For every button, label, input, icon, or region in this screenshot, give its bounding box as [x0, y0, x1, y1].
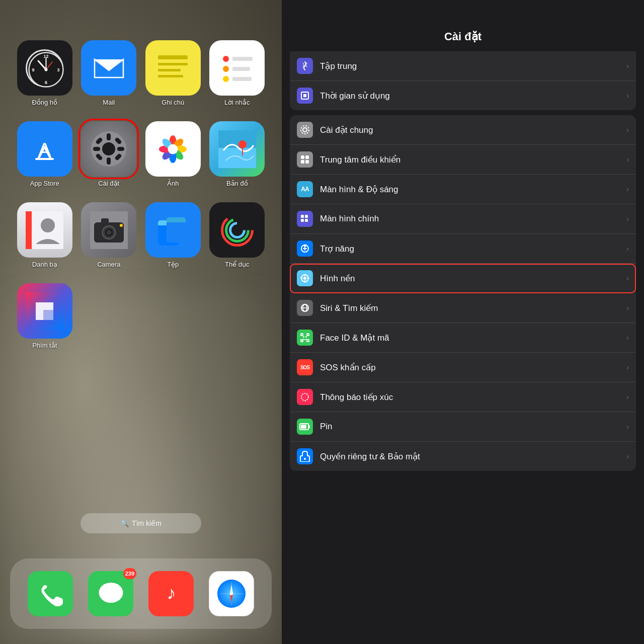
sos-label: SOS khẩn cấp	[320, 362, 626, 373]
home-screen: 12 3 6 9 Đồng hồ	[0, 0, 282, 644]
settings-row-siri[interactable]: Siri & Tìm kiếm ›	[290, 293, 636, 323]
search-bar[interactable]: 🔍 Tìm kiếm	[80, 513, 201, 533]
svg-rect-20	[232, 67, 250, 71]
svg-rect-83	[301, 160, 304, 164]
svg-point-17	[223, 66, 229, 72]
settings-row-display[interactable]: AA Màn hình & Độ sáng ›	[290, 175, 636, 204]
settings-row-battery[interactable]: Pin ›	[290, 412, 636, 442]
svg-rect-21	[232, 77, 252, 81]
focus-label: Tập trung	[320, 61, 626, 71]
settings-row-privacy[interactable]: Quyền riêng tư & Bảo mật ›	[290, 442, 636, 471]
appstore-icon: A	[17, 121, 72, 177]
svg-rect-104	[301, 340, 303, 342]
camera-icon	[81, 202, 136, 258]
svg-point-16	[223, 56, 229, 62]
controlcenter-icon	[297, 151, 313, 168]
clock-face: 12 3 6 9	[26, 49, 63, 87]
dock: 239 ♪	[10, 558, 272, 629]
svg-text:♪: ♪	[167, 583, 176, 603]
svg-rect-87	[301, 219, 304, 222]
app-fitness[interactable]: Thể dục	[208, 202, 267, 268]
settings-row-wallpaper[interactable]: Hình nền ›	[290, 264, 636, 293]
clock-svg: 12 3 6 9	[27, 51, 65, 89]
dock-messages[interactable]: 239	[88, 571, 133, 616]
clock-label: Đồng hồ	[32, 99, 57, 106]
homescreen-icon	[297, 211, 313, 227]
app-maps[interactable]: Bản đồ	[208, 121, 267, 187]
app-notes[interactable]: Ghi chú	[143, 40, 203, 106]
controlcenter-label: Trung tâm điều khiển	[320, 154, 626, 165]
files-icon	[145, 202, 201, 258]
settings-row-exposure[interactable]: Thông báo tiếp xúc ›	[290, 382, 636, 412]
settings-section-top: Tập trung › Thời gian sử dụng ›	[290, 51, 636, 110]
mail-label: Mail	[103, 99, 115, 106]
svg-rect-105	[307, 340, 309, 342]
clock-icon: 12 3 6 9	[17, 40, 72, 96]
app-camera[interactable]: Camera	[79, 202, 139, 268]
svg-point-50	[41, 218, 55, 232]
focus-icon	[297, 58, 313, 74]
siri-icon	[297, 300, 313, 316]
settings-row-homescreen[interactable]: Màn hình chính ›	[290, 204, 636, 234]
svg-text:6: 6	[45, 80, 47, 85]
fitness-label: Thể dục	[225, 261, 250, 268]
dock-phone[interactable]	[28, 571, 73, 616]
display-label: Màn hình & Độ sáng	[320, 184, 626, 195]
maps-label: Bản đồ	[226, 180, 248, 187]
svg-rect-27	[107, 133, 111, 140]
app-settings[interactable]: Cài đặt	[79, 121, 139, 187]
notes-icon	[145, 40, 201, 96]
app-files[interactable]: Tệp	[143, 202, 203, 268]
svg-point-79	[303, 128, 307, 132]
settings-row-accessibility[interactable]: Trợ năng ›	[290, 234, 636, 264]
svg-rect-29	[93, 147, 100, 151]
svg-rect-88	[305, 219, 308, 222]
siri-label: Siri & Tìm kiếm	[320, 303, 626, 313]
svg-rect-111	[301, 425, 306, 429]
svg-point-44	[168, 144, 178, 154]
svg-rect-13	[158, 69, 181, 71]
app-clock[interactable]: 12 3 6 9 Đồng hồ	[15, 40, 74, 106]
settings-icon	[81, 121, 136, 177]
appstore-label: App Store	[30, 180, 59, 187]
dock-safari[interactable]	[209, 571, 254, 616]
svg-point-55	[106, 230, 111, 235]
settings-row-general[interactable]: Cài đặt chung ›	[290, 115, 636, 145]
general-icon	[297, 122, 313, 138]
settings-row-sos[interactable]: SOS SOS khẩn cấp ›	[290, 353, 636, 382]
app-appstore[interactable]: A App Store	[15, 121, 74, 187]
phone-icon	[28, 571, 73, 616]
messages-badge: 239	[123, 568, 136, 579]
svg-rect-10	[154, 48, 192, 88]
settings-row-faceid[interactable]: Face ID & Mật mã ›	[290, 323, 636, 353]
siri-chevron: ›	[626, 304, 629, 312]
settings-row-screentime[interactable]: Thời gian sử dụng ›	[290, 81, 636, 110]
app-photos[interactable]: Ảnh	[143, 121, 203, 187]
svg-rect-30	[117, 147, 124, 151]
svg-point-18	[223, 76, 229, 82]
privacy-icon	[297, 448, 313, 464]
app-contacts[interactable]: Danh bạ	[15, 202, 74, 268]
screentime-icon	[297, 88, 313, 104]
svg-point-106	[303, 336, 304, 338]
dock-music[interactable]: ♪	[148, 571, 194, 616]
files-label: Tệp	[167, 261, 179, 268]
settings-row-controlcenter[interactable]: Trung tâm điều khiển ›	[290, 145, 636, 175]
app-reminders[interactable]: Lời nhắc	[208, 40, 267, 106]
display-icon: AA	[297, 181, 313, 197]
wallpaper-icon	[297, 270, 313, 286]
settings-list[interactable]: Tập trung › Thời gian sử dụng ›	[282, 51, 644, 644]
app-mail[interactable]: Mail	[79, 40, 139, 106]
svg-rect-110	[309, 425, 310, 428]
svg-rect-46	[218, 148, 256, 168]
battery-label: Pin	[320, 422, 626, 432]
app-shortcuts[interactable]: Phím tắt	[15, 283, 74, 349]
faceid-label: Face ID & Mật mã	[320, 333, 626, 343]
svg-point-107	[305, 336, 307, 338]
svg-point-47	[238, 140, 247, 148]
general-label: Cài đặt chung	[320, 125, 626, 135]
settings-row-focus[interactable]: Tập trung ›	[290, 51, 636, 81]
photos-icon	[145, 121, 201, 177]
sos-icon: SOS	[297, 359, 313, 375]
exposure-icon	[297, 389, 313, 405]
